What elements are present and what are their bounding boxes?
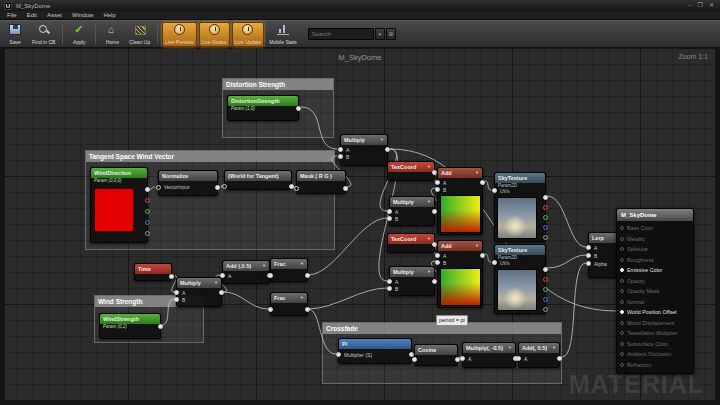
close-button[interactable]: ✕ bbox=[709, 0, 714, 11]
search-input[interactable] bbox=[308, 28, 374, 40]
input-pin-uvs[interactable] bbox=[492, 188, 497, 193]
node-texcoord-2[interactable]: TexCoord▼ bbox=[387, 233, 435, 253]
output-pin-b[interactable] bbox=[543, 225, 548, 230]
clean-up-button[interactable]: Clean Up bbox=[126, 22, 153, 47]
input-pin[interactable] bbox=[620, 342, 624, 346]
output-pin-rgb[interactable] bbox=[145, 187, 150, 192]
material-pin-row[interactable]: Specular bbox=[617, 244, 693, 255]
node-normalize[interactable]: Normalize VectorInput bbox=[158, 170, 218, 196]
input-pin[interactable] bbox=[412, 357, 417, 362]
input-pin-uvs[interactable] bbox=[492, 260, 497, 265]
output-pin-rgb[interactable] bbox=[543, 267, 548, 272]
search-advanced-button[interactable]: ⊞ bbox=[386, 28, 396, 40]
material-pin-row[interactable]: Opacity Mask bbox=[617, 286, 693, 297]
node-add-half[interactable]: Add(, 0.5)▼ A bbox=[518, 342, 560, 368]
output-pin[interactable] bbox=[158, 324, 163, 329]
output-pin-g[interactable] bbox=[145, 209, 150, 214]
input-pin-b[interactable] bbox=[174, 297, 179, 302]
output-pin-rgb[interactable] bbox=[543, 195, 548, 200]
material-pin-row-world-position-offset[interactable]: World Position Offset bbox=[617, 307, 693, 318]
maximize-button[interactable]: ❐ bbox=[698, 0, 703, 11]
input-pin[interactable] bbox=[620, 268, 624, 272]
node-sky-texture-1[interactable]: SkyTexture Param2D UVs bbox=[494, 172, 546, 242]
node-time[interactable]: Time bbox=[134, 263, 172, 281]
menu-help[interactable]: Help bbox=[98, 11, 120, 20]
input-pin-a[interactable] bbox=[435, 253, 440, 258]
input-pin-multiplier[interactable] bbox=[336, 352, 341, 357]
output-pin[interactable] bbox=[169, 274, 174, 279]
node-pi-function[interactable]: Pi Multiplier (S) bbox=[338, 338, 412, 364]
input-pin-b[interactable] bbox=[387, 216, 392, 221]
output-pin[interactable] bbox=[480, 180, 485, 185]
live-update-toggle[interactable]: Live Update bbox=[232, 22, 265, 47]
output-pin[interactable] bbox=[432, 279, 437, 284]
node-texcoord-1[interactable]: TexCoord▼ bbox=[387, 161, 435, 181]
node-multiply-time[interactable]: Multiply▼ A B bbox=[176, 277, 222, 307]
input-pin[interactable] bbox=[268, 307, 273, 312]
node-multiply-pan-2[interactable]: Multiply▼ A B bbox=[389, 266, 435, 296]
input-pin-alpha[interactable] bbox=[586, 261, 591, 266]
input-pin[interactable] bbox=[620, 279, 624, 283]
input-pin-a[interactable] bbox=[435, 180, 440, 185]
input-pin[interactable] bbox=[620, 321, 624, 325]
output-pin-g[interactable] bbox=[543, 215, 548, 220]
material-pin-row[interactable]: Roughness bbox=[617, 255, 693, 266]
input-pin[interactable] bbox=[620, 363, 624, 367]
minimize-button[interactable]: – bbox=[688, 0, 691, 11]
input-pin-a[interactable] bbox=[387, 279, 392, 284]
output-pin[interactable] bbox=[343, 186, 348, 191]
input-pin[interactable] bbox=[620, 258, 624, 262]
input-pin[interactable] bbox=[620, 310, 624, 314]
output-pin[interactable] bbox=[219, 290, 224, 295]
material-pin-row[interactable]: Metallic bbox=[617, 234, 693, 245]
input-pin-b[interactable] bbox=[435, 187, 440, 192]
input-pin[interactable] bbox=[620, 247, 624, 251]
input-pin-a[interactable] bbox=[586, 245, 591, 250]
menu-edit[interactable]: Edit bbox=[22, 11, 42, 20]
input-pin-a[interactable] bbox=[338, 147, 343, 152]
node-frac-2[interactable]: Frac▼ bbox=[270, 292, 308, 316]
input-pin[interactable] bbox=[620, 331, 624, 335]
search-options-button[interactable]: ▾ bbox=[375, 28, 385, 40]
node-cosine[interactable]: Cosine bbox=[414, 344, 458, 366]
save-button[interactable]: Save bbox=[3, 22, 27, 47]
output-pin-b[interactable] bbox=[543, 297, 548, 302]
input-pin[interactable] bbox=[620, 289, 624, 293]
input-pin-b[interactable] bbox=[586, 253, 591, 258]
menu-file[interactable]: File bbox=[2, 11, 22, 20]
live-preview-toggle[interactable]: Live Preview bbox=[162, 22, 196, 47]
output-pin[interactable] bbox=[480, 253, 485, 258]
node-multiply-distortion[interactable]: Multiply▼ A B bbox=[340, 134, 388, 166]
input-pin[interactable] bbox=[222, 184, 227, 189]
output-pin-a[interactable] bbox=[543, 307, 548, 312]
node-mask-rg[interactable]: Mask ( R G ) bbox=[296, 170, 346, 194]
output-pin-g[interactable] bbox=[543, 287, 548, 292]
output-pin[interactable] bbox=[296, 106, 301, 111]
node-multiply-neg-half[interactable]: Multiply(, -0.5)▼ A bbox=[462, 342, 516, 368]
input-pin-a[interactable] bbox=[174, 290, 179, 295]
input-pin-a[interactable] bbox=[387, 209, 392, 214]
input-pin[interactable] bbox=[620, 226, 624, 230]
node-wind-strength-param[interactable]: WindStrength Param (0,2) bbox=[99, 313, 161, 339]
material-pin-row[interactable]: Normal bbox=[617, 297, 693, 308]
output-pin[interactable] bbox=[305, 307, 310, 312]
live-nodes-toggle[interactable]: Live Nodes bbox=[199, 22, 230, 47]
output-pin-a[interactable] bbox=[543, 235, 548, 240]
node-wind-direction-param[interactable]: WindDirection Param (0,0,0) bbox=[90, 167, 148, 243]
material-pin-row[interactable]: Ambient Occlusion bbox=[617, 349, 693, 360]
material-pin-row[interactable]: Base Color bbox=[617, 223, 693, 234]
input-pin-b[interactable] bbox=[338, 154, 343, 159]
material-pin-row[interactable]: Tessellation Multiplier bbox=[617, 328, 693, 339]
home-button[interactable]: Home bbox=[100, 22, 124, 47]
output-pin-r[interactable] bbox=[543, 277, 548, 282]
node-transform-world-to-tangent[interactable]: (World for Tangent) bbox=[224, 170, 292, 190]
node-frac-1[interactable]: Frac▼ bbox=[270, 258, 308, 282]
input-pin-a[interactable] bbox=[516, 356, 521, 361]
material-pin-row[interactable]: Refraction bbox=[617, 360, 693, 371]
node-add-uv-2[interactable]: Add▼ A B bbox=[437, 240, 483, 308]
input-pin[interactable] bbox=[156, 185, 161, 190]
input-pin[interactable] bbox=[620, 352, 624, 356]
output-pin-r[interactable] bbox=[145, 198, 150, 203]
input-pin-b[interactable] bbox=[387, 286, 392, 291]
input-pin[interactable] bbox=[620, 300, 624, 304]
